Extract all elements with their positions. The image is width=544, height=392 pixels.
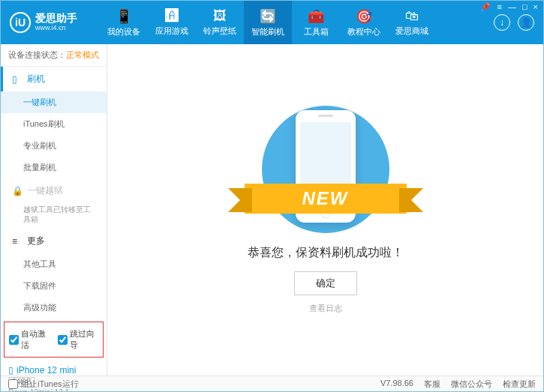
sidebar-item-pro[interactable]: 专业刷机 xyxy=(1,135,107,157)
checkbox-label: 跳过向导 xyxy=(70,328,99,351)
menu-icon[interactable]: ≡ xyxy=(497,2,501,12)
toolbox-icon: 🧰 xyxy=(308,8,324,25)
device-name: iPhone 12 mini xyxy=(17,365,76,376)
app-header: iU 爱思助手 www.i4.cn 📱我的设备 🅰应用游戏 🖼铃声壁纸 🔄智能刷… xyxy=(1,1,543,44)
nav-tabs: 📱我的设备 🅰应用游戏 🖼铃声壁纸 🔄智能刷机 🧰工具箱 🎯教程中心 🛍爱思商城 xyxy=(100,1,436,44)
connection-status: 设备连接状态：正常模式 xyxy=(1,44,107,67)
nav-ringtone[interactable]: 🖼铃声壁纸 xyxy=(196,1,244,44)
new-ribbon: NEW xyxy=(245,184,407,214)
logo-icon: iU xyxy=(10,12,31,33)
wechat-link[interactable]: 微信公众号 xyxy=(451,379,492,390)
service-link[interactable]: 客服 xyxy=(424,379,440,390)
menu-icon: ≡ xyxy=(12,236,23,247)
device-name-row: ▯ iPhone 12 mini xyxy=(8,365,99,376)
section-title: 一键越狱 xyxy=(27,184,63,197)
success-message: 恭喜您，保资料刷机成功啦！ xyxy=(248,245,404,261)
checkbox-input[interactable] xyxy=(8,379,18,389)
checkbox-skip-guide[interactable]: 跳过向导 xyxy=(58,328,99,351)
status-mode: 正常模式 xyxy=(66,50,99,59)
update-link[interactable]: 检查更新 xyxy=(503,379,536,390)
nav-toolbox[interactable]: 🧰工具箱 xyxy=(292,1,340,44)
user-icon[interactable]: 👤 xyxy=(518,14,534,31)
nav-tutorial[interactable]: 🎯教程中心 xyxy=(340,1,388,44)
nav-label: 教程中心 xyxy=(347,26,380,37)
checkbox-input[interactable] xyxy=(58,335,68,345)
pin-icon[interactable]: 📌 xyxy=(480,2,491,12)
checkbox-auto-activate[interactable]: 自动激活 xyxy=(9,328,50,351)
device-phone-icon: ▯ xyxy=(8,365,14,376)
app-subtitle: www.i4.cn xyxy=(35,25,77,32)
logo: iU 爱思助手 www.i4.cn xyxy=(10,12,100,33)
checkbox-label: 自动激活 xyxy=(21,328,50,351)
options-highlight-box: 自动激活 跳过向导 xyxy=(4,322,104,358)
tutorial-icon: 🎯 xyxy=(356,8,372,25)
nav-flash[interactable]: 🔄智能刷机 xyxy=(244,1,292,44)
apps-icon: 🅰 xyxy=(165,8,179,24)
nav-my-device[interactable]: 📱我的设备 xyxy=(100,1,148,44)
close-icon[interactable]: × xyxy=(533,2,538,12)
success-illustration: NEW xyxy=(251,106,401,233)
checkbox-block-itunes[interactable]: 阻止iTunes运行 xyxy=(8,379,79,390)
nav-label: 爱思商城 xyxy=(395,25,428,37)
sidebar-section-more[interactable]: ≡ 更多 xyxy=(1,229,107,253)
sidebar-item-advanced[interactable]: 高级功能 xyxy=(1,297,107,319)
jailbreak-note: 越狱工具已转移至工具箱 xyxy=(1,203,107,229)
checkbox-label: 阻止iTunes运行 xyxy=(21,379,79,390)
phone-icon: ▯ xyxy=(12,74,23,85)
section-title: 刷机 xyxy=(27,73,45,85)
nav-label: 工具箱 xyxy=(304,26,329,37)
shop-icon: 🛍 xyxy=(405,8,419,24)
minimize-icon[interactable]: — xyxy=(508,2,516,12)
nav-label: 应用游戏 xyxy=(155,25,188,37)
main-content: NEW 恭喜您，保资料刷机成功啦！ 确定 查看日志 xyxy=(107,44,543,376)
header-actions: ↓ 👤 xyxy=(494,14,534,31)
section-title: 更多 xyxy=(27,235,45,247)
maximize-icon[interactable]: □ xyxy=(522,2,527,12)
sidebar-item-firmware[interactable]: 下载固件 xyxy=(1,275,107,297)
wallpaper-icon: 🖼 xyxy=(213,8,227,24)
nav-label: 我的设备 xyxy=(107,26,140,37)
lock-icon: 🔒 xyxy=(12,186,23,196)
device-icon: 📱 xyxy=(116,8,132,25)
sidebar-item-batch[interactable]: 批量刷机 xyxy=(1,157,107,178)
nav-label: 智能刷机 xyxy=(251,26,284,37)
flash-icon: 🔄 xyxy=(260,8,276,25)
sidebar-section-jailbreak: 🔒 一键越狱 xyxy=(1,178,107,203)
view-log-link[interactable]: 查看日志 xyxy=(309,303,342,314)
sidebar: 设备连接状态：正常模式 ▯ 刷机 一键刷机 iTunes刷机 专业刷机 批量刷机… xyxy=(1,44,107,376)
download-icon[interactable]: ↓ xyxy=(494,14,510,31)
nav-label: 铃声壁纸 xyxy=(203,25,236,37)
app-title: 爱思助手 xyxy=(35,13,77,24)
sidebar-item-oneclick[interactable]: 一键刷机 xyxy=(1,91,107,113)
nav-apps[interactable]: 🅰应用游戏 xyxy=(148,1,196,44)
version-label: V7.98.66 xyxy=(380,379,413,390)
status-prefix: 设备连接状态： xyxy=(8,50,66,59)
checkbox-input[interactable] xyxy=(9,335,19,345)
nav-shop[interactable]: 🛍爱思商城 xyxy=(388,1,436,44)
sidebar-item-itunes[interactable]: iTunes刷机 xyxy=(1,113,107,135)
ok-button[interactable]: 确定 xyxy=(294,271,357,295)
window-controls: 📌 ≡ — □ × xyxy=(480,2,538,12)
sidebar-section-flash[interactable]: ▯ 刷机 xyxy=(1,67,107,91)
sidebar-item-other[interactable]: 其他工具 xyxy=(1,253,107,275)
